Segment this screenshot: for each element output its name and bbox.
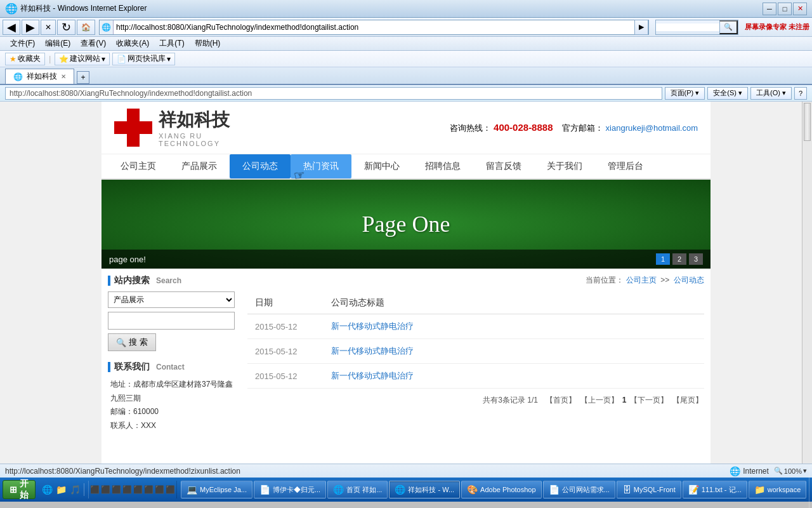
menu-edit[interactable]: 编辑(E): [40, 37, 75, 50]
table-row: 2015-05-12 新一代移动式静电治疗: [247, 339, 704, 364]
pagination-prev[interactable]: 【上一页】: [580, 396, 619, 404]
pagination-next[interactable]: 【下一页】: [630, 396, 668, 404]
taskbar-task-item[interactable]: 🌐祥如科技 - W...: [389, 481, 460, 498]
page-address-bar: http://localhost:8080/XiangRuTechnology/…: [5, 87, 662, 100]
system-icons-left: ⬛ ⬛ ⬛ ⬛ ⬛ ⬛ ⬛ ⬛: [88, 481, 177, 498]
nav-item-company-news[interactable]: 公司动态: [230, 154, 291, 178]
browser-tab-active[interactable]: 🌐 祥如科技 ✕: [5, 69, 74, 84]
pagination-last[interactable]: 【尾页】: [672, 396, 703, 404]
home-button[interactable]: 🏠: [77, 20, 95, 35]
forward-button[interactable]: ▶: [22, 20, 39, 35]
search-button-icon: 🔍: [116, 338, 126, 347]
website-wrapper: 祥如科技 XIANG RUTECHNOLOGY 咨询热线： 400-028-88…: [0, 102, 812, 464]
breadcrumb-label: 当前位置: [586, 276, 616, 284]
search-button[interactable]: 🔍 搜 索: [108, 333, 156, 351]
taskbar-task-item[interactable]: 📄博伊卡◆归元...: [254, 481, 326, 498]
main-content: 站内搜索 Search 产品展示 🔍 搜 索 联系我们: [102, 269, 710, 449]
nav-item-about[interactable]: 关于我们: [534, 154, 595, 178]
taskbar-task-item[interactable]: 📝111.txt - 记...: [683, 481, 747, 498]
new-tab-button[interactable]: +: [77, 71, 89, 84]
logo-icon: [114, 109, 152, 147]
nav-item-home[interactable]: 公司主页: [108, 154, 169, 178]
contact-title: 联系我们 Contact: [108, 361, 235, 373]
quicklib-label: 网页快讯库: [128, 53, 166, 64]
search-input[interactable]: [108, 312, 235, 330]
ie-promo-text: 屏幕录像专家 未注册: [745, 22, 809, 32]
start-button[interactable]: ⊞ 开始: [3, 480, 36, 499]
ie-quick-icon[interactable]: 🌐: [41, 483, 53, 496]
taskbar-task-item[interactable]: 🌐首页 祥如...: [327, 481, 388, 498]
task-label: 首页 祥如...: [346, 485, 382, 495]
back-button[interactable]: ◀: [3, 20, 20, 35]
banner-dot-3[interactable]: 3: [689, 253, 703, 265]
contact-title-en: Contact: [156, 363, 185, 371]
menu-file[interactable]: 文件(F): [5, 37, 40, 50]
suggest-button[interactable]: ⭐ 建议网站 ▾: [55, 53, 110, 65]
banner-caption-text: page one!: [109, 255, 146, 264]
search-title-text: 站内搜索: [114, 275, 150, 286]
contact-title-text: 联系我们: [114, 361, 150, 373]
internet-zone: 🌐 Internet: [730, 466, 769, 476]
task-label: 公司网站需求...: [562, 485, 610, 495]
close-button[interactable]: ✕: [793, 3, 807, 15]
zoom-icon: 🔍: [774, 467, 783, 475]
menu-tools[interactable]: 工具(T): [154, 37, 189, 50]
table-cell-title[interactable]: 新一代移动式静电治疗: [324, 314, 704, 339]
favorites-button[interactable]: ★ 收藏夹: [5, 53, 45, 65]
live-search-input[interactable]: [656, 23, 719, 31]
contact-zip: 邮编：610000: [108, 405, 235, 419]
security-button[interactable]: 安全(S) ▾: [707, 87, 748, 100]
go-button[interactable]: ▶: [634, 20, 648, 35]
maximize-button[interactable]: □: [778, 3, 792, 15]
scrollbar[interactable]: [802, 102, 812, 464]
media-quick-icon[interactable]: 🎵: [69, 483, 81, 496]
taskbar-task-item[interactable]: 📁workspace: [749, 481, 807, 498]
nav-item-feedback[interactable]: 留言反馈: [473, 154, 534, 178]
scroll-thumb[interactable]: [804, 103, 811, 141]
address-input[interactable]: [114, 20, 633, 34]
taskbar-task-item[interactable]: 📄公司网站需求...: [543, 481, 615, 498]
col-date-header: 日期: [247, 292, 324, 314]
menu-favorites[interactable]: 收藏夹(A): [111, 37, 154, 50]
nav-item-admin[interactable]: 管理后台: [595, 154, 656, 178]
taskbar-task-item[interactable]: 🗄MySQL-Front: [617, 481, 681, 498]
pagination-first[interactable]: 【首页】: [546, 396, 576, 404]
tab-close-button[interactable]: ✕: [61, 73, 66, 80]
globe-icon: 🌐: [730, 466, 740, 476]
email-link[interactable]: xiangrukeji@hotmail.com: [606, 123, 698, 133]
refresh-button[interactable]: ↻: [57, 20, 75, 35]
hotline-label: 咨询热线：: [450, 123, 491, 133]
taskbar-task-item[interactable]: 🎨Adobe Photoshop: [461, 481, 541, 498]
explorer-quick-icon[interactable]: 📁: [55, 483, 67, 496]
breadcrumb-home[interactable]: 公司主页: [626, 276, 657, 284]
help-button-page[interactable]: ?: [794, 87, 807, 100]
sidebar: 站内搜索 Search 产品展示 🔍 搜 索 联系我们: [102, 275, 241, 443]
nav-item-products[interactable]: 产品展示: [169, 154, 230, 178]
sys-icon-2: ⬛: [101, 485, 110, 494]
site-nav: 公司主页 产品展示 公司动态 热门资讯 新闻中心 招聘信息 留言反馈 关于我们 …: [102, 154, 710, 180]
table-cell-title[interactable]: 新一代移动式静电治疗: [324, 339, 704, 364]
search-dropdown[interactable]: 产品展示: [108, 291, 235, 308]
table-cell-title[interactable]: 新一代移动式静电治疗: [324, 364, 704, 389]
minimize-button[interactable]: ─: [763, 3, 776, 15]
nav-item-news-center[interactable]: 新闻中心: [351, 154, 412, 178]
menu-help[interactable]: 帮助(H): [190, 37, 226, 50]
taskbar-task-item[interactable]: 💻MyEclipse Ja...: [181, 481, 252, 498]
table-header-row: 日期 公司动态标题: [247, 292, 704, 314]
banner-dot-2[interactable]: 2: [672, 253, 686, 265]
sys-icon-7: ⬛: [155, 485, 164, 494]
live-search-button[interactable]: 🔍: [719, 20, 738, 34]
nav-item-hot-news[interactable]: 热门资讯: [291, 154, 351, 178]
page-button[interactable]: 页面(P) ▾: [665, 87, 705, 100]
zip-value: 610000: [133, 407, 159, 416]
nav-item-recruit[interactable]: 招聘信息: [412, 154, 473, 178]
zoom-control[interactable]: 🔍 100% ▾: [774, 467, 807, 475]
address-icon: 🌐: [100, 20, 114, 34]
tools-button-page[interactable]: 工具(O) ▾: [750, 87, 792, 100]
banner-dot-1[interactable]: 1: [656, 253, 670, 265]
zoom-level: 100%: [784, 467, 802, 475]
quicklib-button[interactable]: 📄 网页快讯库 ▾: [112, 53, 175, 65]
stop-button[interactable]: ✕: [41, 20, 56, 35]
menu-view[interactable]: 查看(V): [75, 37, 111, 50]
task-icon: 💻: [187, 485, 197, 495]
